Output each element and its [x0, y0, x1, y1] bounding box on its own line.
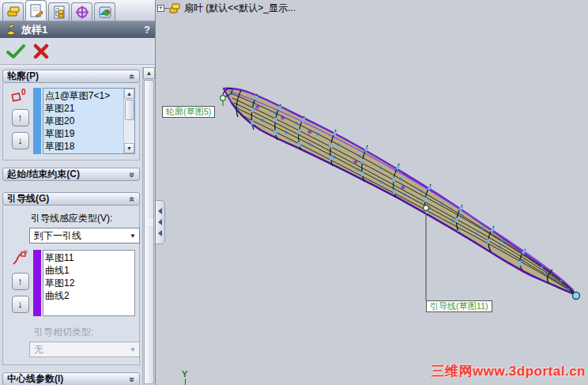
svg-text:*: *	[353, 157, 358, 170]
profile-list-item[interactable]: 草图21	[45, 102, 122, 115]
group-centerline-parameters: 中心线参数(I) »	[2, 372, 140, 385]
part-icon	[169, 3, 181, 14]
group-header-guides[interactable]: 引导线(G) «	[2, 192, 140, 206]
tab-feature-manager[interactable]	[2, 2, 24, 21]
guide-tangency-dropdown: 无 ▼	[29, 342, 140, 357]
profile-selection-color-bar	[33, 88, 41, 154]
loft-preview-blade[interactable]: * * * * *	[221, 87, 576, 295]
guide-list-item[interactable]: 曲线2	[45, 289, 133, 302]
confirm-row	[0, 38, 155, 62]
profiles-list-scrollbar[interactable]: ▲ ▼	[123, 89, 134, 153]
group-start-end-constraints: 起始/结束约束(C) »	[2, 168, 140, 181]
tab-property-manager[interactable]	[25, 0, 47, 21]
profile-attach-point	[220, 96, 225, 100]
watermark-text: 三维网www.3dportal.cn	[432, 362, 586, 380]
tab-configuration-manager[interactable]	[48, 2, 70, 21]
group-guide-curves: 引导线(G) « 引导线感应类型(V): 到下一引线 ▼	[2, 192, 140, 365]
svg-text:*: *	[401, 183, 405, 195]
profiles-listbox[interactable]: 点1@草图7<1> 草图21 草图20 草图19 草图18 ▲	[43, 88, 135, 154]
ok-button[interactable]	[6, 43, 25, 59]
feature-tree-icon	[6, 6, 21, 18]
move-profile-down-button[interactable]: ↓	[12, 132, 29, 149]
property-manager-title-bar: 放样1 ?	[0, 21, 155, 38]
manager-tab-strip	[0, 0, 155, 21]
profile-selection-icon: 0	[10, 88, 31, 104]
move-guide-up-button[interactable]: ↑	[12, 273, 29, 290]
dimxpert-target-icon	[75, 6, 89, 19]
profile-list-item[interactable]: 草图19	[45, 127, 122, 140]
group-profiles: 轮廓(P) « 0 ↑ ↓	[2, 70, 140, 160]
guides-listbox[interactable]: 草图11 曲线1 草图12 曲线2	[43, 250, 135, 316]
collapse-left-icon	[158, 208, 162, 214]
panel-collapse-splitter[interactable]	[156, 200, 165, 244]
chevron-down-icon: »	[129, 376, 137, 382]
panel-title: 放样1	[21, 23, 144, 37]
group-header-centerline[interactable]: 中心线参数(I) »	[2, 372, 140, 385]
property-manager-icon	[29, 4, 43, 17]
part-tree-root-label[interactable]: 扇叶 (默认<<默认>_显示...	[184, 2, 296, 15]
guide-callout[interactable]: 引导线(草图11)	[426, 300, 492, 312]
property-manager-panel: 放样1 ? 轮廓(P) «	[0, 0, 156, 385]
svg-text:*: *	[255, 102, 260, 115]
help-icon[interactable]: ?	[144, 24, 150, 36]
graphics-viewport[interactable]: * * * * * + 扇叶 (默认<<默认>_显示... 轮廓(草图5)	[156, 0, 588, 385]
guide-influence-dropdown[interactable]: 到下一引线 ▼	[29, 228, 140, 243]
guides-group-box: 引导线感应类型(V): 到下一引线 ▼	[2, 206, 140, 365]
svg-text:*: *	[307, 127, 312, 140]
move-profile-up-button[interactable]: ↑	[12, 109, 29, 126]
panel-scroll-thumb[interactable]	[144, 80, 154, 384]
profiles-group-box: 0 ↑ ↓ 点1@草图7<1> 草图21 草图20	[2, 83, 140, 160]
flyout-feature-tree: + 扇叶 (默认<<默认>_显示...	[157, 2, 296, 15]
profile-list-item[interactable]: 草图18	[45, 140, 122, 153]
display-manager-icon	[98, 6, 112, 19]
guide-list-item[interactable]: 草图11	[45, 251, 133, 264]
move-guide-down-button[interactable]: ↓	[12, 296, 29, 313]
scroll-thumb[interactable]	[125, 100, 134, 120]
group-header-start-end[interactable]: 起始/结束约束(C) »	[2, 168, 140, 181]
origin-triad-y-axis: Y	[182, 369, 187, 379]
configuration-manager-icon	[52, 6, 66, 19]
chevron-down-icon: »	[129, 172, 137, 177]
panel-scrollbar[interactable]: ▲	[142, 67, 155, 385]
scroll-up-icon[interactable]: ▲	[143, 67, 155, 79]
chevron-up-icon: «	[129, 196, 137, 202]
blade-end-vertex	[573, 293, 580, 300]
panel-content: 轮廓(P) « 0 ↑ ↓	[0, 67, 142, 385]
collapse-left-icon	[158, 219, 162, 225]
loft-feature-icon	[5, 24, 17, 36]
profile-list-item[interactable]: 草图20	[45, 115, 122, 127]
graphics-canvas[interactable]: * * * * *	[156, 0, 588, 385]
guide-list-item[interactable]: 草图12	[45, 277, 133, 289]
cancel-button[interactable]	[33, 43, 49, 59]
chevron-up-icon: «	[129, 74, 137, 79]
guide-curve-selection-icon	[10, 250, 31, 267]
dropdown-arrow-icon: ▼	[126, 232, 139, 240]
profile-list-item[interactable]: 点1@草图7<1>	[45, 89, 122, 102]
tab-dimxpert-manager[interactable]	[71, 2, 92, 21]
scroll-down-icon[interactable]: ▼	[124, 143, 134, 153]
guide-selection-color-bar	[33, 250, 41, 316]
guide-tangency-label: 引导相切类型:	[34, 326, 135, 339]
guide-attach-point	[424, 206, 429, 211]
tab-display-manager[interactable]	[94, 2, 115, 21]
svg-text:*: *	[281, 113, 285, 126]
solidworks-window: 放样1 ? 轮廓(P) «	[0, 0, 588, 385]
tree-expand-icon[interactable]: +	[157, 5, 164, 12]
collapse-left-icon	[158, 230, 162, 236]
panel-divider	[0, 64, 155, 66]
scroll-up-icon[interactable]: ▲	[124, 89, 134, 99]
svg-text:0: 0	[21, 88, 26, 96]
guide-influence-label: 引导线感应类型(V):	[31, 212, 135, 225]
group-header-profiles[interactable]: 轮廓(P) «	[2, 70, 140, 83]
guide-list-item[interactable]: 曲线1	[45, 264, 133, 277]
dropdown-arrow-icon: ▼	[126, 346, 139, 353]
profile-callout[interactable]: 轮廓(草图5)	[162, 106, 215, 118]
